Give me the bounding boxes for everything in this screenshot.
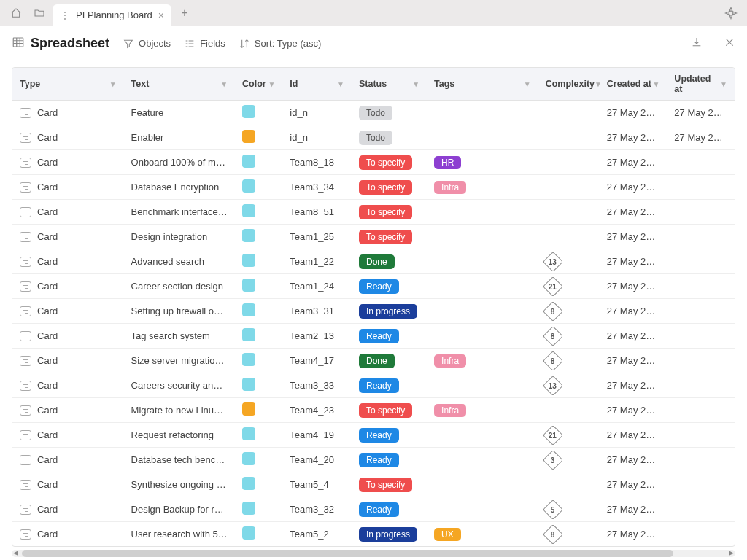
cell-complexity[interactable] bbox=[538, 200, 600, 225]
cell-complexity[interactable] bbox=[538, 175, 600, 200]
scroll-left-icon[interactable]: ◀ bbox=[13, 549, 18, 556]
cell-complexity[interactable]: 8 bbox=[538, 324, 600, 349]
cell-id[interactable]: Team5_2 bbox=[282, 522, 352, 547]
folder-icon[interactable] bbox=[29, 3, 50, 23]
cell-text[interactable]: Onboard 100% of managers bbox=[124, 150, 236, 175]
status-pill[interactable]: Done bbox=[359, 354, 395, 368]
header-status[interactable]: Status▼ bbox=[352, 68, 427, 101]
color-swatch[interactable] bbox=[242, 105, 255, 118]
cell-text[interactable]: Database tech benchmark bbox=[124, 448, 236, 472]
cell-complexity[interactable]: 3 bbox=[538, 448, 600, 472]
color-swatch[interactable] bbox=[242, 204, 255, 217]
status-pill[interactable]: Todo bbox=[359, 131, 392, 145]
status-pill[interactable]: Done bbox=[359, 254, 395, 269]
cell-tags[interactable] bbox=[427, 200, 538, 225]
header-color[interactable]: Color▼ bbox=[235, 68, 282, 101]
cell-complexity[interactable]: 8 bbox=[538, 522, 600, 547]
color-swatch[interactable] bbox=[242, 477, 255, 490]
cell-text[interactable]: Advanced search bbox=[124, 249, 236, 274]
cell-text[interactable]: Synthesize ongoing beta-t... bbox=[124, 472, 236, 497]
table-row[interactable]: CardDesign Backup for recoveryTeam3_32Re… bbox=[12, 497, 735, 522]
cell-tags[interactable] bbox=[427, 324, 538, 349]
table-row[interactable]: CardSynthesize ongoing beta-t...Team5_4T… bbox=[12, 472, 735, 497]
tab-pi-planning-board[interactable]: ⋮ PI Planning Board × bbox=[53, 4, 171, 26]
color-swatch[interactable] bbox=[242, 502, 255, 515]
cell-text[interactable]: Size server migration work bbox=[124, 349, 236, 373]
cell-tags[interactable] bbox=[427, 472, 538, 497]
cell-id[interactable]: id_n bbox=[282, 101, 352, 125]
header-type[interactable]: Type▼ bbox=[12, 68, 124, 101]
cell-id[interactable]: Team3_32 bbox=[282, 497, 352, 522]
status-pill[interactable]: To specify bbox=[359, 403, 412, 418]
color-swatch[interactable] bbox=[242, 155, 255, 168]
cell-complexity[interactable] bbox=[538, 125, 600, 150]
objects-filter-button[interactable]: Objects bbox=[123, 38, 171, 50]
cell-text[interactable]: Enabler bbox=[124, 125, 236, 150]
status-pill[interactable]: Ready bbox=[359, 502, 399, 517]
cell-text[interactable]: Database Encryption bbox=[124, 175, 236, 200]
cell-text[interactable]: Setting up firewall on the s... bbox=[124, 299, 236, 324]
cell-tags[interactable] bbox=[427, 299, 538, 324]
table-row[interactable]: CardSize server migration workTeam4_17Do… bbox=[12, 349, 735, 373]
cell-id[interactable]: Team1_24 bbox=[282, 274, 352, 299]
horizontal-scrollbar[interactable]: ◀ ▶ bbox=[0, 547, 747, 560]
table-row[interactable]: CardDatabase tech benchmarkTeam4_20Ready… bbox=[12, 448, 735, 472]
tag-pill[interactable]: UX bbox=[434, 528, 461, 541]
table-row[interactable]: CardOnboard 100% of managersTeam8_18To s… bbox=[12, 150, 735, 175]
status-pill[interactable]: To specify bbox=[359, 155, 412, 170]
table-row[interactable]: CardFeatureid_nTodo27 May 202427 May 202… bbox=[12, 101, 735, 125]
header-text[interactable]: Text▼ bbox=[124, 68, 236, 101]
fields-button[interactable]: Fields bbox=[184, 38, 225, 50]
table-row[interactable]: CardSetting up firewall on the s...Team3… bbox=[12, 299, 735, 324]
header-updated[interactable]: Updated at▼ bbox=[667, 68, 735, 101]
cell-text[interactable]: Career section design bbox=[124, 274, 236, 299]
cell-id[interactable]: Team4_17 bbox=[282, 349, 352, 373]
color-swatch[interactable] bbox=[242, 427, 255, 440]
status-pill[interactable]: Ready bbox=[359, 329, 399, 343]
header-id[interactable]: Id▼ bbox=[282, 68, 352, 101]
status-pill[interactable]: To specify bbox=[359, 230, 412, 244]
cell-tags[interactable]: HR bbox=[427, 150, 538, 175]
cell-text[interactable]: Tag search system bbox=[124, 324, 236, 349]
color-swatch[interactable] bbox=[242, 353, 255, 366]
sort-button[interactable]: Sort: Type (asc) bbox=[239, 38, 322, 50]
cell-id[interactable]: Team4_23 bbox=[282, 398, 352, 423]
color-swatch[interactable] bbox=[242, 526, 255, 540]
cell-tags[interactable]: UX bbox=[427, 522, 538, 547]
table-row[interactable]: CardBenchmark interface with ...Team8_51… bbox=[12, 200, 735, 225]
download-icon[interactable] bbox=[691, 36, 703, 50]
grid-scroll-area[interactable]: Type▼ Text▼ Color▼ Id▼ Status▼ Tags▼ Com… bbox=[12, 67, 735, 547]
status-pill[interactable]: In progress bbox=[359, 527, 417, 542]
cell-tags[interactable] bbox=[427, 125, 538, 150]
cell-tags[interactable] bbox=[427, 274, 538, 299]
cell-complexity[interactable]: 5 bbox=[538, 497, 600, 522]
table-row[interactable]: CardUser research with 5 beta-t...Team5_… bbox=[12, 522, 735, 547]
status-pill[interactable]: To specify bbox=[359, 478, 412, 492]
cell-complexity[interactable]: 13 bbox=[538, 249, 600, 274]
cell-tags[interactable] bbox=[427, 225, 538, 249]
color-swatch[interactable] bbox=[242, 229, 255, 242]
cell-complexity[interactable]: 8 bbox=[538, 299, 600, 324]
cell-complexity[interactable]: 8 bbox=[538, 349, 600, 373]
color-swatch[interactable] bbox=[242, 378, 255, 391]
status-pill[interactable]: Todo bbox=[359, 106, 392, 120]
cell-text[interactable]: Migrate to new Linux server bbox=[124, 398, 236, 423]
color-swatch[interactable] bbox=[242, 452, 255, 465]
status-pill[interactable]: Ready bbox=[359, 279, 399, 294]
cell-id[interactable]: Team4_20 bbox=[282, 448, 352, 472]
cell-tags[interactable] bbox=[427, 373, 538, 398]
header-complexity[interactable]: Complexity▼ bbox=[538, 68, 600, 101]
app-logo-icon[interactable] bbox=[721, 3, 741, 23]
color-swatch[interactable] bbox=[242, 328, 255, 341]
color-swatch[interactable] bbox=[242, 279, 255, 292]
cell-text[interactable]: Feature bbox=[124, 101, 236, 125]
cell-id[interactable]: Team8_18 bbox=[282, 150, 352, 175]
home-icon[interactable] bbox=[6, 3, 26, 23]
status-pill[interactable]: To specify bbox=[359, 205, 412, 219]
cell-id[interactable]: Team4_19 bbox=[282, 423, 352, 448]
cell-id[interactable]: Team5_4 bbox=[282, 472, 352, 497]
tab-menu-icon[interactable]: ⋮ bbox=[60, 9, 70, 21]
cell-tags[interactable]: Infra bbox=[427, 175, 538, 200]
cell-id[interactable]: Team8_51 bbox=[282, 200, 352, 225]
close-view-icon[interactable] bbox=[724, 36, 735, 50]
